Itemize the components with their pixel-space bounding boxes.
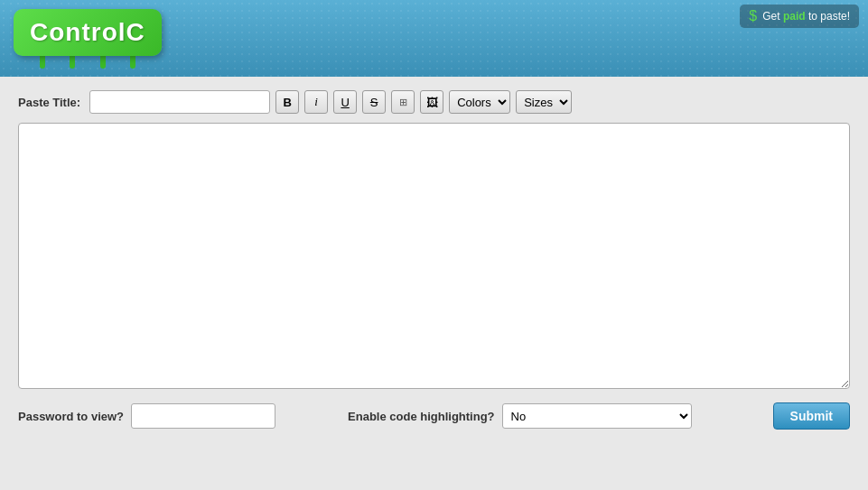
highlight-select[interactable]: No Yes - Auto Detect Yes - ActionScript … (502, 403, 692, 429)
insert-icon: 🖼 (426, 96, 438, 109)
submit-button[interactable]: Submit (773, 402, 850, 430)
paste-textarea[interactable] (18, 123, 850, 389)
logo-leg-2 (70, 56, 75, 69)
password-input[interactable] (131, 403, 275, 429)
password-section: Password to view? (18, 403, 275, 429)
main-content: Paste Title: B i U S ⊞ 🖼 Colors Sizes (0, 77, 868, 490)
sizes-select[interactable]: Sizes (516, 90, 572, 114)
bottom-row: Password to view? Enable code highlighti… (18, 402, 850, 430)
paste-title-input[interactable] (89, 90, 270, 114)
strikethrough-button[interactable]: S (362, 90, 386, 114)
promo-text: Get paid to paste! (762, 10, 850, 23)
italic-button[interactable]: i (304, 90, 328, 114)
logo-leg-4 (130, 56, 135, 69)
promo-banner: $ Get paid to paste! (740, 5, 859, 28)
highlight-section: Enable code highlighting? No Yes - Auto … (348, 403, 692, 429)
promo-icon: $ (749, 8, 757, 24)
password-label: Password to view? (18, 410, 124, 423)
toolbar-row: Paste Title: B i U S ⊞ 🖼 Colors Sizes (18, 90, 850, 114)
paste-title-label: Paste Title: (18, 96, 80, 109)
insert-button[interactable]: 🖼 (420, 90, 443, 114)
logo-text: ControlC (30, 18, 145, 47)
header: ControlC $ Get paid to paste! (0, 0, 868, 77)
underline-button[interactable]: U (333, 90, 357, 114)
logo-box: ControlC (14, 9, 162, 56)
logo-container: ControlC (14, 9, 162, 69)
table-button[interactable]: ⊞ (391, 90, 415, 114)
table-icon: ⊞ (399, 97, 407, 108)
colors-select[interactable]: Colors (449, 90, 510, 114)
logo-legs (14, 56, 162, 69)
logo-leg-1 (40, 56, 45, 69)
logo-leg-3 (100, 56, 106, 69)
highlight-label: Enable code highlighting? (348, 410, 495, 423)
bold-button[interactable]: B (275, 90, 299, 114)
